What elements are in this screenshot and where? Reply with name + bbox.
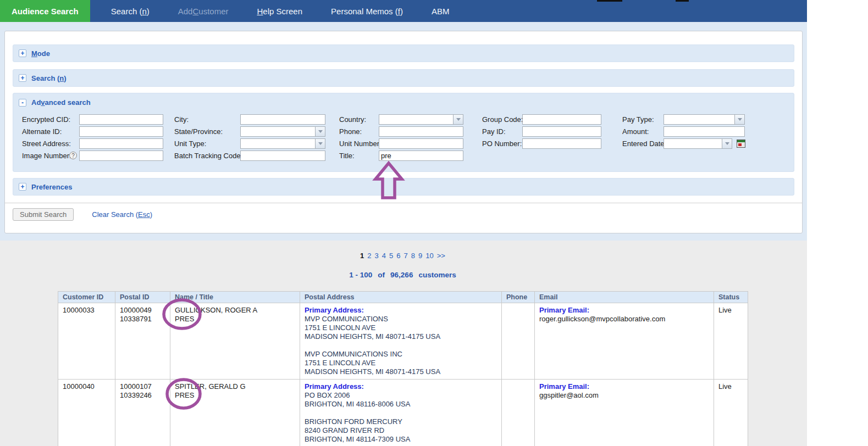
result-count: 1 - 100of96,266customers bbox=[58, 271, 748, 279]
section-preferences[interactable]: + Preferences bbox=[13, 178, 794, 196]
field-label-pay-id: Pay ID: bbox=[482, 126, 506, 137]
postal-id-line: 10000049 bbox=[120, 306, 165, 315]
col-header-customer-id: Customer ID bbox=[58, 292, 115, 303]
field-input-batch-tracking-code[interactable] bbox=[241, 151, 325, 160]
field-city[interactable] bbox=[240, 114, 325, 125]
field-label-country: Country: bbox=[339, 114, 366, 125]
field-input-state-province[interactable] bbox=[241, 127, 315, 136]
cell-postal-id: 1000010710339246 bbox=[115, 380, 170, 446]
nav-item-personal-memos[interactable]: Personal Memos (f) bbox=[317, 0, 417, 22]
dropdown-arrow-icon[interactable] bbox=[315, 127, 325, 136]
field-pay-type[interactable] bbox=[664, 114, 745, 125]
field-group-code[interactable] bbox=[522, 114, 601, 125]
page-link-6[interactable]: 6 bbox=[396, 252, 400, 260]
field-alternate-id[interactable] bbox=[79, 126, 163, 137]
section-mode-label[interactable]: Mode bbox=[31, 49, 50, 58]
submit-search-button[interactable]: Submit Search bbox=[13, 208, 74, 221]
page-next-link[interactable]: >> bbox=[437, 252, 445, 260]
dropdown-arrow-icon[interactable] bbox=[722, 139, 732, 148]
dropdown-arrow-icon[interactable] bbox=[315, 139, 325, 148]
field-input-po-number[interactable] bbox=[523, 139, 601, 148]
collapse-icon[interactable]: - bbox=[19, 99, 26, 107]
cell-name-title: GULLICKSON, ROGER APRES bbox=[170, 303, 300, 380]
cell-status: Live bbox=[714, 303, 748, 380]
address-line: PO BOX 2006 bbox=[305, 391, 497, 400]
page-link-8[interactable]: 8 bbox=[411, 252, 415, 260]
field-label-group-code: Group Code: bbox=[482, 114, 523, 125]
field-country[interactable] bbox=[379, 114, 463, 125]
address-line: BRIGHTON, MI 48114-7309 USA bbox=[305, 435, 497, 444]
postal-id-line: 10338791 bbox=[120, 315, 165, 324]
field-street-address[interactable] bbox=[79, 138, 163, 149]
section-search[interactable]: + Search (n) bbox=[13, 69, 794, 87]
field-input-phone[interactable] bbox=[379, 127, 463, 136]
page-link-4[interactable]: 4 bbox=[382, 252, 386, 260]
field-po-number[interactable] bbox=[522, 138, 601, 149]
nav-item-help-screen[interactable]: Help Screen bbox=[243, 0, 317, 22]
cell-customer-id: 10000040 bbox=[58, 380, 115, 446]
page-link-2[interactable]: 2 bbox=[367, 252, 371, 260]
nav-item-search[interactable]: Search (n) bbox=[97, 0, 164, 22]
field-input-unit-number[interactable] bbox=[379, 139, 463, 148]
field-unit-number[interactable] bbox=[379, 138, 463, 149]
field-pay-id[interactable] bbox=[522, 126, 601, 137]
field-image-number[interactable] bbox=[79, 150, 163, 161]
divider bbox=[5, 203, 802, 203]
field-input-entered-date[interactable] bbox=[664, 139, 722, 148]
calendar-icon[interactable] bbox=[737, 140, 745, 148]
page-link-5[interactable]: 5 bbox=[389, 252, 393, 260]
active-tab-label: Audience Search bbox=[12, 7, 79, 16]
field-input-title[interactable] bbox=[379, 151, 463, 160]
field-label-po-number: PO Number: bbox=[482, 138, 522, 149]
primary-email-label: Primary Email: bbox=[539, 306, 709, 315]
tab-audience-search[interactable]: Audience Search bbox=[0, 0, 90, 22]
section-preferences-label[interactable]: Preferences bbox=[31, 183, 72, 191]
field-input-city[interactable] bbox=[241, 115, 325, 124]
page-link-9[interactable]: 9 bbox=[418, 252, 422, 260]
dropdown-arrow-icon[interactable] bbox=[453, 115, 463, 124]
field-input-alternate-id[interactable] bbox=[80, 127, 163, 136]
field-batch-tracking-code[interactable] bbox=[240, 150, 325, 161]
field-title[interactable] bbox=[379, 150, 463, 161]
cell-postal-address: Primary Address:PO BOX 2006BRIGHTON, MI … bbox=[300, 380, 502, 446]
field-encrypted-cid[interactable] bbox=[79, 114, 163, 125]
nav-item-add-customer[interactable]: Add Customer bbox=[164, 0, 243, 22]
section-mode[interactable]: + Mode bbox=[13, 44, 794, 62]
field-input-street-address[interactable] bbox=[80, 139, 163, 148]
field-label-encrypted-cid: Encrypted CID: bbox=[22, 114, 70, 125]
page-link-3[interactable]: 3 bbox=[375, 252, 379, 260]
table-header-row: Customer IDPostal IDName / TitlePostal A… bbox=[58, 292, 748, 303]
expand-icon[interactable]: + bbox=[19, 183, 26, 191]
clear-search-link[interactable]: Clear Search (Esc) bbox=[92, 210, 152, 219]
field-phone[interactable] bbox=[379, 126, 463, 137]
section-search-label[interactable]: Search (n) bbox=[31, 74, 67, 82]
section-advanced-label[interactable]: Advanced search bbox=[31, 98, 91, 107]
col-header-name-title: Name / Title bbox=[170, 292, 300, 303]
field-input-group-code[interactable] bbox=[523, 115, 601, 124]
field-label-batch-tracking-code: Batch Tracking Code: bbox=[174, 150, 242, 161]
field-input-pay-id[interactable] bbox=[523, 127, 601, 136]
field-input-image-number[interactable] bbox=[80, 151, 163, 160]
expand-icon[interactable]: + bbox=[19, 49, 26, 57]
pagination: 12345678910>> bbox=[58, 252, 748, 260]
cell-postal-id: 1000004910338791 bbox=[115, 303, 170, 380]
page-link-10[interactable]: 10 bbox=[425, 252, 433, 260]
field-amount[interactable] bbox=[664, 126, 745, 137]
field-input-unit-type[interactable] bbox=[241, 139, 315, 148]
address-line: MVP COMMUNICATIONS bbox=[305, 315, 497, 324]
cell-email: Primary Email:ggspitler@aol.com bbox=[535, 380, 714, 446]
nav-item-abm[interactable]: ABM bbox=[417, 0, 464, 22]
field-input-pay-type[interactable] bbox=[664, 115, 734, 124]
help-icon[interactable]: ? bbox=[69, 152, 77, 159]
field-unit-type[interactable] bbox=[240, 138, 325, 149]
field-input-encrypted-cid[interactable] bbox=[80, 115, 163, 124]
expand-icon[interactable]: + bbox=[19, 74, 26, 82]
top-navigation-bar: Audience Search Search (n)Add CustomerHe… bbox=[0, 0, 807, 22]
field-label-image-number: Image Number: bbox=[22, 150, 71, 161]
field-input-amount[interactable] bbox=[664, 127, 744, 136]
field-state-province[interactable] bbox=[240, 126, 325, 137]
page-link-7[interactable]: 7 bbox=[404, 252, 408, 260]
field-input-country[interactable] bbox=[379, 115, 453, 124]
dropdown-arrow-icon[interactable] bbox=[734, 115, 744, 124]
field-entered-date[interactable] bbox=[664, 138, 732, 149]
